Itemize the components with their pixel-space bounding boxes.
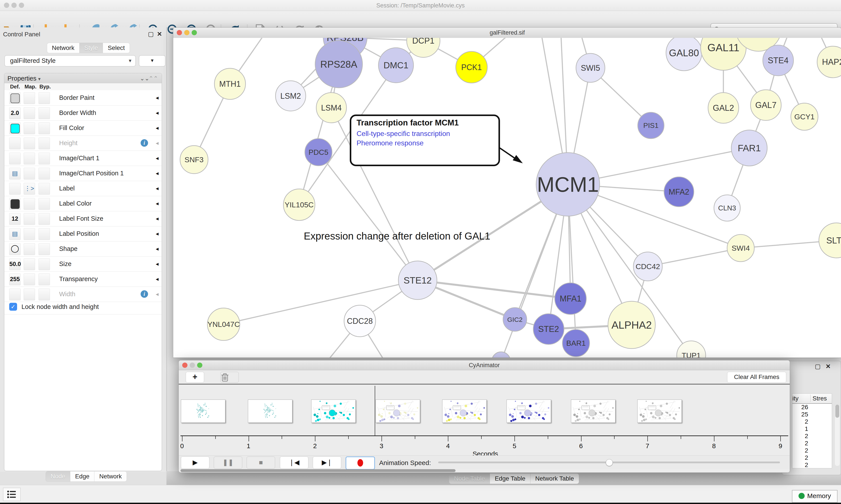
task-history-button[interactable] (3, 488, 21, 501)
bypass-cell[interactable] (38, 92, 50, 104)
table-scrollbar[interactable] (835, 404, 840, 466)
bypass-cell[interactable] (38, 273, 50, 285)
mapping-cell[interactable] (24, 138, 35, 149)
network-node-PCK1[interactable]: PCK1 (456, 51, 487, 83)
network-node-SWI5[interactable]: SWI5 (576, 53, 605, 82)
property-row-border-width[interactable]: 2.0Border Width◂ (4, 106, 162, 121)
play-button[interactable]: ▶ (181, 456, 209, 469)
property-row-shape[interactable]: ◯Shape◂ (4, 241, 162, 257)
default-value-cell[interactable]: ▤ (9, 228, 21, 240)
network-edge[interactable] (319, 152, 418, 280)
close-panel-icon[interactable]: ✕ (157, 31, 162, 38)
animation-frame-thumbnail-6[interactable] (506, 399, 551, 423)
table-column-stress[interactable]: Stres (812, 395, 827, 402)
default-value-cell[interactable] (9, 289, 21, 300)
bypass-cell[interactable] (38, 258, 50, 270)
tab-network[interactable]: Network (94, 471, 127, 482)
skip-to-end-button[interactable]: ▶❘ (313, 456, 341, 469)
property-row-transparency[interactable]: 255Transparency◂ (4, 272, 162, 287)
network-node-TUP1[interactable]: TUP1 (677, 341, 706, 358)
style-selector-dropdown[interactable]: galFiltered Style ▾ (4, 55, 136, 67)
lock-size-checkbox[interactable]: ✓ (9, 303, 17, 311)
expand-row-icon[interactable]: ◂ (156, 94, 159, 101)
network-node-STE4[interactable]: STE4 (763, 45, 793, 76)
network-node-GAL7[interactable]: GAL7 (751, 90, 781, 121)
animation-frame-thumbnail-5[interactable] (442, 399, 487, 423)
bypass-cell[interactable] (38, 138, 50, 149)
collapse-all-icon[interactable]: ⌃⌃ (148, 75, 158, 82)
mapping-cell[interactable] (24, 213, 35, 225)
tab-select[interactable]: Select (103, 43, 130, 53)
bypass-cell[interactable] (38, 228, 50, 240)
network-node-GCY1[interactable]: GCY1 (791, 103, 818, 130)
network-node-MFA2[interactable]: MFA2 (664, 177, 694, 207)
default-value-cell[interactable] (9, 138, 21, 149)
float-panel-icon[interactable]: ▢ (148, 31, 154, 38)
mapping-cell[interactable] (24, 152, 35, 164)
property-row-image-chart-position-1[interactable]: ▤Image/Chart Position 1◂ (4, 166, 162, 181)
float-panel-icon[interactable]: ▢ (815, 363, 821, 370)
cyanimator-timeline[interactable]: 0123456789 Seconds (179, 384, 790, 455)
expand-row-icon[interactable]: ◂ (156, 125, 159, 131)
default-value-cell[interactable] (9, 122, 21, 134)
network-canvas[interactable]: RPS28BRPS28ADMC1DCP1PCK1MTH1LSM2LSM4SNF3… (173, 38, 841, 358)
default-value-cell[interactable] (9, 152, 21, 164)
network-node-SLT2[interactable]: SLT2 (819, 223, 841, 258)
pause-button[interactable]: ❚❚ (214, 456, 242, 469)
expand-row-icon[interactable]: ◂ (156, 291, 159, 298)
tab-edge[interactable]: Edge (70, 471, 94, 482)
bypass-cell[interactable] (38, 289, 50, 300)
cyanimator-titlebar[interactable]: CyAnimator (179, 360, 790, 370)
delete-frame-button[interactable] (220, 372, 239, 383)
scrollbar-thumb[interactable] (835, 404, 839, 418)
clear-all-frames-button[interactable]: Clear All Frames (727, 372, 786, 383)
annotation-link[interactable]: Cell-type-specific transcription (357, 130, 499, 138)
animation-speed-slider[interactable] (438, 462, 780, 463)
network-node-STE2[interactable]: STE2 (533, 314, 564, 344)
network-node-unlabeled[interactable] (492, 352, 510, 358)
bypass-cell[interactable] (38, 213, 50, 225)
default-value-cell[interactable]: 255 (9, 273, 21, 285)
network-node-CDC42[interactable]: CDC42 (633, 252, 662, 281)
default-value-cell[interactable] (9, 92, 21, 104)
mapping-cell[interactable] (24, 168, 35, 180)
bypass-cell[interactable] (38, 152, 50, 164)
expand-row-icon[interactable]: ◂ (156, 200, 159, 207)
skip-to-start-button[interactable]: ❘◀ (280, 456, 308, 469)
info-icon[interactable]: i (141, 290, 148, 298)
timeline-horizontal-scrollbar[interactable] (180, 469, 788, 472)
network-node-GIC2[interactable]: GIC2 (503, 308, 527, 331)
mapping-cell[interactable] (24, 107, 35, 119)
network-node-LSM2[interactable]: LSM2 (275, 81, 306, 111)
animation-frame-thumbnail-1[interactable] (181, 399, 225, 423)
dock-tab-edge-table[interactable]: Edge Table (490, 473, 530, 484)
property-row-image-chart-1[interactable]: Image/Chart 1◂ (4, 151, 162, 166)
network-node-MFA1[interactable]: MFA1 (555, 283, 586, 314)
default-value-cell[interactable]: ◯ (9, 243, 21, 255)
bypass-cell[interactable] (38, 243, 50, 255)
stop-button[interactable]: ■ (247, 456, 275, 469)
mapping-cell[interactable] (24, 198, 35, 210)
property-row-label-font-size[interactable]: 12Label Font Size◂ (4, 211, 162, 227)
expand-row-icon[interactable]: ◂ (156, 155, 159, 162)
network-node-GAL2[interactable]: GAL2 (708, 93, 739, 123)
expand-row-icon[interactable]: ◂ (156, 246, 159, 252)
network-node-SNF3[interactable]: SNF3 (180, 146, 208, 174)
network-node-PIS1[interactable]: PIS1 (638, 112, 664, 139)
network-node-RPS28A[interactable]: RPS28A (315, 40, 362, 88)
expand-row-icon[interactable]: ◂ (156, 276, 159, 283)
default-value-cell[interactable]: ▤ (9, 168, 21, 180)
animation-frame-thumbnail-7[interactable] (571, 399, 615, 423)
table-column-ity[interactable]: ity (792, 395, 799, 402)
network-node-YNL047C[interactable]: YNL047C (208, 308, 240, 340)
info-icon[interactable]: i (141, 139, 148, 147)
animation-frame-thumbnail-4[interactable] (376, 399, 420, 423)
default-value-cell[interactable]: 2.0 (9, 107, 21, 119)
default-value-cell[interactable] (9, 198, 21, 210)
network-node-GAL80[interactable]: GAL80 (666, 38, 702, 71)
network-node-STE12[interactable]: STE12 (398, 261, 437, 300)
timeline-playhead[interactable] (375, 386, 375, 435)
mapping-cell[interactable] (24, 243, 35, 255)
mapping-cell[interactable] (24, 258, 35, 270)
property-row-label-position[interactable]: ▤Label Position◂ (4, 227, 162, 241)
